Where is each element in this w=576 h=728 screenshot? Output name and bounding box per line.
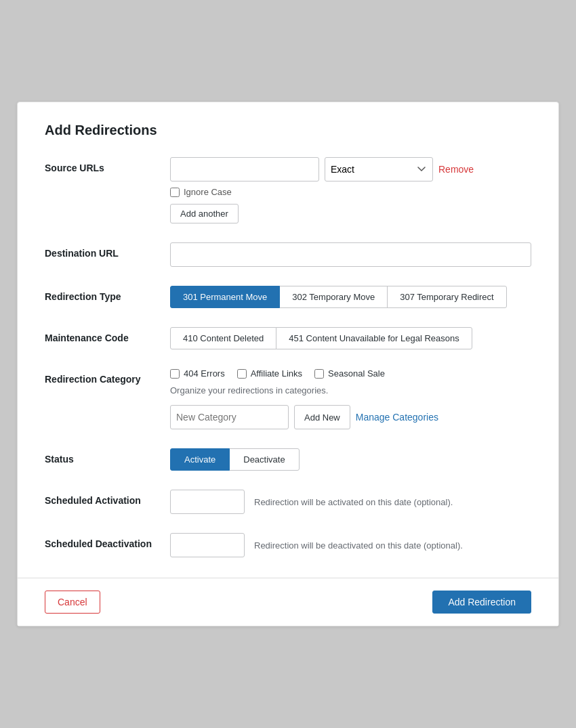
- source-urls-control: Exact Regex Contains Remove Ignore Case …: [170, 157, 531, 223]
- maintenance-410-button[interactable]: 410 Content Deleted: [170, 327, 276, 349]
- redirection-category-control: 404 Errors Affiliate Links Seasonal Sale…: [170, 368, 531, 429]
- add-redirections-dialog: Add Redirections Source URLs Exact Regex…: [17, 102, 559, 626]
- category-404-checkbox[interactable]: [170, 369, 180, 379]
- scheduled-activation-control: Redirection will be activated on this da…: [170, 490, 531, 514]
- category-seasonal-checkbox[interactable]: [314, 369, 324, 379]
- status-button-group: Activate Deactivate: [170, 448, 531, 471]
- add-redirection-button[interactable]: Add Redirection: [432, 591, 531, 614]
- scheduled-activation-input-row: Redirection will be activated on this da…: [170, 490, 531, 514]
- dialog-title: Add Redirections: [45, 123, 531, 138]
- scheduled-activation-hint: Redirection will be activated on this da…: [254, 497, 453, 507]
- redirection-type-label: Redirection Type: [45, 286, 170, 302]
- scheduled-activation-row: Scheduled Activation Redirection will be…: [45, 490, 531, 514]
- manage-categories-link[interactable]: Manage Categories: [356, 412, 438, 423]
- ignore-case-label[interactable]: Ignore Case: [170, 187, 531, 197]
- deactivate-button[interactable]: Deactivate: [229, 448, 299, 471]
- scheduled-activation-input[interactable]: [170, 490, 245, 514]
- add-another-button[interactable]: Add another: [170, 204, 239, 223]
- scheduled-deactivation-input-row: Redirection will be deactivated on this …: [170, 533, 531, 557]
- destination-url-row: Destination URL: [45, 242, 531, 267]
- redirection-category-label: Redirection Category: [45, 368, 170, 385]
- source-url-input-row: Exact Regex Contains Remove: [170, 157, 531, 181]
- redirection-category-row: Redirection Category 404 Errors Affiliat…: [45, 368, 531, 429]
- redirection-type-row: Redirection Type 301 Permanent Move 302 …: [45, 286, 531, 308]
- redirection-type-302-button[interactable]: 302 Temporary Move: [279, 286, 388, 308]
- ignore-case-checkbox[interactable]: [170, 188, 180, 197]
- categories-hint: Organize your redirections in categories…: [170, 385, 531, 395]
- status-control: Activate Deactivate: [170, 448, 531, 471]
- remove-source-url-button[interactable]: Remove: [438, 164, 474, 175]
- redirection-type-control: 301 Permanent Move 302 Temporary Move 30…: [170, 286, 531, 308]
- maintenance-451-button[interactable]: 451 Content Unavailable for Legal Reason…: [276, 327, 472, 349]
- category-404-label[interactable]: 404 Errors: [170, 368, 225, 379]
- destination-url-control: [170, 242, 531, 267]
- scheduled-deactivation-row: Scheduled Deactivation Redirection will …: [45, 533, 531, 557]
- dialog-footer: Cancel Add Redirection: [18, 578, 558, 626]
- maintenance-code-row: Maintenance Code 410 Content Deleted 451…: [45, 327, 531, 349]
- scheduled-deactivation-input[interactable]: [170, 533, 245, 557]
- status-row: Status Activate Deactivate: [45, 448, 531, 471]
- maintenance-code-group: 410 Content Deleted 451 Content Unavaila…: [170, 327, 531, 349]
- scheduled-deactivation-hint: Redirection will be deactivated on this …: [254, 540, 463, 551]
- scheduled-deactivation-control: Redirection will be deactivated on this …: [170, 533, 531, 557]
- maintenance-code-label: Maintenance Code: [45, 327, 170, 343]
- redirection-type-group: 301 Permanent Move 302 Temporary Move 30…: [170, 286, 531, 308]
- add-new-category-button[interactable]: Add New: [294, 405, 350, 429]
- maintenance-code-control: 410 Content Deleted 451 Content Unavaila…: [170, 327, 531, 349]
- category-affiliate-checkbox[interactable]: [237, 369, 247, 379]
- status-label: Status: [45, 448, 170, 465]
- category-affiliate-label[interactable]: Affiliate Links: [237, 368, 302, 379]
- new-category-input[interactable]: [170, 405, 289, 429]
- source-urls-label: Source URLs: [45, 157, 170, 173]
- redirection-type-307-button[interactable]: 307 Temporary Redirect: [387, 286, 507, 308]
- scheduled-activation-label: Scheduled Activation: [45, 490, 170, 506]
- category-seasonal-text: Seasonal Sale: [328, 368, 385, 379]
- category-checkboxes-group: 404 Errors Affiliate Links Seasonal Sale: [170, 368, 531, 379]
- source-urls-row: Source URLs Exact Regex Contains Remove …: [45, 157, 531, 223]
- cancel-button[interactable]: Cancel: [45, 591, 100, 614]
- scheduled-deactivation-label: Scheduled Deactivation: [45, 533, 170, 549]
- source-url-input[interactable]: [170, 157, 319, 181]
- activate-button[interactable]: Activate: [170, 448, 230, 471]
- match-type-select[interactable]: Exact Regex Contains: [325, 157, 433, 181]
- category-seasonal-label[interactable]: Seasonal Sale: [314, 368, 385, 379]
- new-category-row: Add New Manage Categories: [170, 405, 531, 429]
- destination-url-input[interactable]: [170, 242, 531, 267]
- category-affiliate-text: Affiliate Links: [251, 368, 302, 379]
- category-404-text: 404 Errors: [184, 368, 225, 379]
- redirection-type-301-button[interactable]: 301 Permanent Move: [170, 286, 280, 308]
- destination-url-label: Destination URL: [45, 242, 170, 259]
